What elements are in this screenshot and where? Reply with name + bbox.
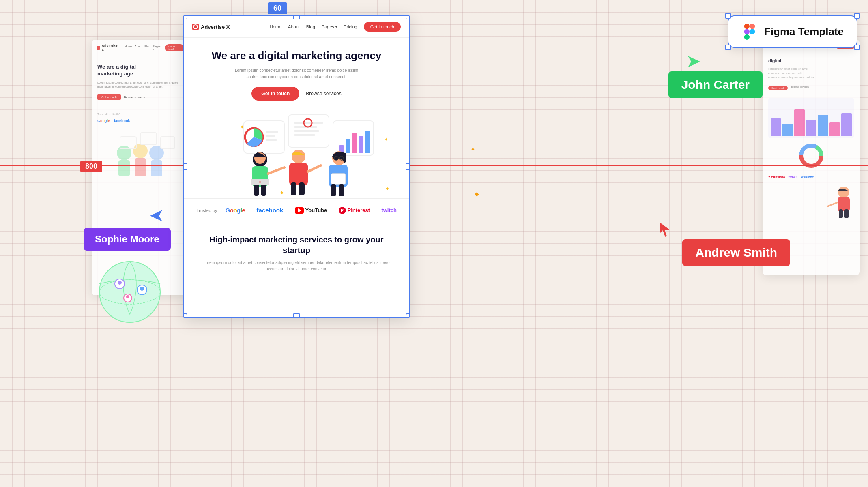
svg-point-63 <box>805 150 817 162</box>
svg-text:◆: ◆ <box>386 186 389 191</box>
twitch-logo: twitch <box>381 207 397 213</box>
handle-tr[interactable] <box>406 15 410 19</box>
nav-blog[interactable]: Blog <box>306 24 315 29</box>
mini-browse-button[interactable]: Browse services <box>124 94 145 100</box>
svg-point-64 <box>838 187 849 198</box>
card-hero: We are a digital marketing agency Lorem … <box>184 38 409 109</box>
sophie-moore-label: Sophie Moore <box>84 228 171 251</box>
svg-rect-27 <box>294 134 315 136</box>
sparkle-6: ◆ <box>475 191 479 197</box>
svg-rect-26 <box>294 130 319 132</box>
hero-cta-button[interactable]: Get In touch <box>251 87 299 101</box>
svg-line-38 <box>268 167 284 174</box>
arrow-right-top-icon <box>685 54 700 71</box>
horizontal-guide <box>0 165 868 166</box>
handle-ml[interactable] <box>183 163 187 170</box>
svg-rect-46 <box>299 182 305 195</box>
svg-rect-20 <box>266 131 278 133</box>
nav-pricing[interactable]: Pricing <box>344 24 357 29</box>
bottom-subtitle: Lorem ipsum dolor sit amet consectetur a… <box>196 260 397 272</box>
hero-buttons: Get In touch Browse services <box>196 87 397 101</box>
svg-point-42 <box>259 181 261 183</box>
svg-rect-32 <box>352 133 357 153</box>
mini-google-logo: Google <box>97 119 110 123</box>
handle-bm[interactable] <box>293 313 300 318</box>
figma-handle-tr[interactable] <box>854 13 860 19</box>
svg-point-16 <box>126 295 129 298</box>
trusted-label: Trusted by <box>196 208 217 213</box>
facebook-logo: facebook <box>257 207 284 214</box>
bg-right-chart <box>768 98 854 138</box>
svg-rect-70 <box>750 24 755 29</box>
svg-point-73 <box>750 29 755 34</box>
card-logo: Advertise X <box>192 24 230 30</box>
arrow-left-icon <box>150 208 165 225</box>
john-carter-label: John Carter <box>668 71 763 98</box>
figma-logo-icon <box>741 24 758 40</box>
hero-subtitle: Lorem ipsum consectetur amet dolor sit c… <box>232 67 361 80</box>
mini-trusted-label: Trusted by 10,000+ <box>92 109 189 117</box>
andrew-smith-label: Andrew Smith <box>682 239 790 266</box>
handle-tm[interactable] <box>293 15 300 19</box>
mini-nav-links: Home About Blog Pages ▾ <box>125 45 161 51</box>
svg-rect-24 <box>294 122 323 124</box>
figma-handle-br[interactable] <box>854 45 860 50</box>
svg-rect-5 <box>151 160 162 176</box>
hero-browse-button[interactable]: Browse services <box>306 91 341 97</box>
nav-pages[interactable]: Pages ▾ <box>322 24 337 29</box>
handle-br[interactable] <box>406 313 410 318</box>
nav-about[interactable]: About <box>288 24 300 29</box>
handle-bl[interactable] <box>183 313 187 318</box>
figma-handle-bl[interactable] <box>725 45 731 50</box>
svg-rect-39 <box>254 184 259 196</box>
brand-logos: Google facebook YouTube P Pinterest twit… <box>226 207 397 214</box>
card-trusted: Trusted by Google facebook YouTube P Pin… <box>184 199 409 222</box>
svg-rect-71 <box>744 29 750 34</box>
mini-hero-sub: Lorem ipsum consectetur amet door sit cI… <box>92 81 189 89</box>
youtube-logo: YouTube <box>295 207 327 214</box>
svg-rect-22 <box>266 139 277 141</box>
svg-rect-44 <box>289 163 308 185</box>
svg-rect-67 <box>839 209 843 218</box>
mini-cta: Get in touch <box>165 44 184 51</box>
svg-rect-31 <box>346 139 350 153</box>
mini-get-touch-button[interactable]: Get in touch <box>97 94 121 100</box>
globe-area <box>89 243 187 333</box>
card-illustration: ✦ ✦ ◆ ◆ <box>184 109 409 198</box>
svg-rect-72 <box>744 34 750 40</box>
bg-right-logos: ● Pinterest twitch webflow <box>763 173 860 180</box>
pinterest-logo: P Pinterest <box>339 207 370 214</box>
svg-marker-17 <box>150 210 162 221</box>
mini-hero-text: We are a digitalmarketing age... <box>92 56 189 81</box>
svg-rect-69 <box>744 24 750 29</box>
svg-rect-21 <box>266 135 275 137</box>
nav-cta-button[interactable]: Get in touch <box>364 22 401 32</box>
sparkle-5: ✦ <box>471 146 475 152</box>
guide-v-label: 60 <box>268 2 287 14</box>
svg-point-14 <box>140 287 144 291</box>
svg-rect-33 <box>359 136 363 153</box>
svg-rect-8 <box>161 137 175 149</box>
svg-marker-74 <box>688 56 700 67</box>
svg-point-0 <box>117 146 131 160</box>
hero-title: We are a digital marketing agency <box>196 49 397 62</box>
mini-illustration <box>92 124 189 197</box>
google-logo: Google <box>226 207 245 214</box>
nav-home[interactable]: Home <box>270 24 281 29</box>
svg-rect-40 <box>261 184 266 196</box>
guide-h-label: 800 <box>80 161 102 172</box>
figma-badge: Figma Template <box>728 15 857 48</box>
mini-logo-icon <box>97 46 100 50</box>
handle-mr[interactable] <box>406 163 410 170</box>
svg-rect-18 <box>244 121 284 153</box>
svg-rect-45 <box>291 182 296 195</box>
svg-point-9 <box>99 262 160 322</box>
svg-rect-54 <box>331 184 336 196</box>
mini-buttons: Get in touch Browse services <box>92 89 189 105</box>
mini-brand-logos: Google facebook <box>92 117 189 124</box>
handle-tl[interactable] <box>183 15 187 19</box>
svg-line-47 <box>308 165 321 172</box>
svg-line-66 <box>827 202 838 206</box>
figma-handle-tl[interactable] <box>725 13 731 19</box>
svg-rect-55 <box>339 184 344 196</box>
